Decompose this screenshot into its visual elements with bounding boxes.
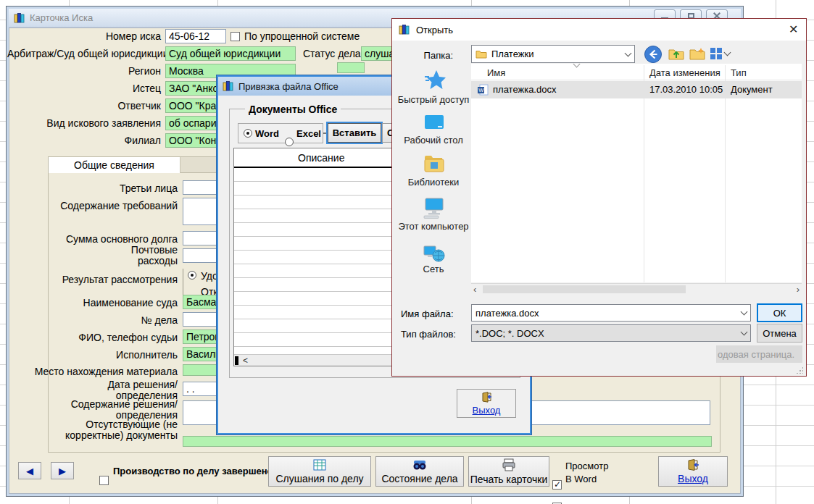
desktop-icon[interactable]	[424, 114, 444, 130]
this-computer-icon[interactable]	[422, 197, 447, 219]
scroll-left-arrow[interactable]: ‹	[473, 284, 476, 295]
views-icon[interactable]	[710, 48, 722, 59]
app-icon	[399, 24, 410, 35]
chevron-down-icon	[741, 329, 748, 336]
folder-combobox-value: Платежки	[491, 49, 621, 59]
filetype-label: Тип файлов:	[401, 329, 456, 340]
scroll-right-arrow[interactable]: ›	[797, 284, 800, 295]
ok-button[interactable]: ОК	[757, 303, 802, 322]
list-hscrollbar[interactable]: ‹ ›	[471, 283, 802, 295]
codepage-button-disabled: одовая страница.	[716, 345, 802, 363]
open-dialog-title: Открыть	[416, 25, 453, 35]
folder-icon	[475, 49, 487, 59]
sidebar-item-desktop[interactable]: Рабочий стол	[396, 135, 471, 146]
new-folder-icon[interactable]	[689, 46, 705, 61]
chevron-down-icon	[741, 308, 748, 316]
folder-label: Папка:	[406, 50, 453, 61]
sidebar-item-quick-access[interactable]: Быстрый доступ	[396, 94, 471, 105]
sidebar-item-network[interactable]: Сеть	[396, 264, 471, 274]
back-icon[interactable]	[644, 45, 663, 64]
folder-combobox[interactable]: Платежки	[471, 45, 635, 63]
sidebar-item-this-computer[interactable]: Этот компьютер	[391, 221, 475, 232]
cancel-button[interactable]: Отмена	[757, 324, 802, 343]
column-header-name[interactable]: Имя	[487, 67, 505, 78]
filename-combobox[interactable]: платежка.docx	[471, 304, 751, 322]
file-date: 17.03.2010 10:05	[649, 84, 723, 95]
quick-access-icon[interactable]	[425, 70, 447, 90]
network-icon[interactable]	[423, 242, 445, 262]
open-dialog-titlebar[interactable]: Открыть	[392, 19, 806, 41]
sidebar-item-libraries[interactable]: Библиотеки	[396, 177, 471, 188]
filetype-value: *.DOC; *. DOCX	[475, 328, 737, 339]
column-header-type[interactable]: Тип	[731, 67, 747, 78]
filetype-combobox[interactable]: *.DOC; *. DOCX	[471, 324, 751, 342]
libraries-icon[interactable]	[423, 154, 445, 174]
up-folder-icon[interactable]	[668, 46, 684, 61]
word-file-icon: W	[477, 84, 489, 96]
column-header-date[interactable]: Дата изменения	[649, 67, 720, 78]
svg-text:W: W	[478, 87, 484, 93]
chevron-down-icon	[625, 49, 632, 56]
header-divider	[471, 80, 802, 80]
file-type: Документ	[731, 84, 800, 95]
file-name: платежка.docx	[493, 84, 556, 95]
file-row-selected[interactable]: W платежка.docx 17.03.2010 10:05 Докумен…	[471, 81, 802, 98]
dialog-close-icon[interactable]: ✕	[789, 22, 798, 36]
scrollbar-thumb[interactable]	[483, 285, 686, 293]
filename-label: Имя файла:	[401, 308, 454, 319]
filename-value: платежка.docx	[475, 308, 737, 319]
